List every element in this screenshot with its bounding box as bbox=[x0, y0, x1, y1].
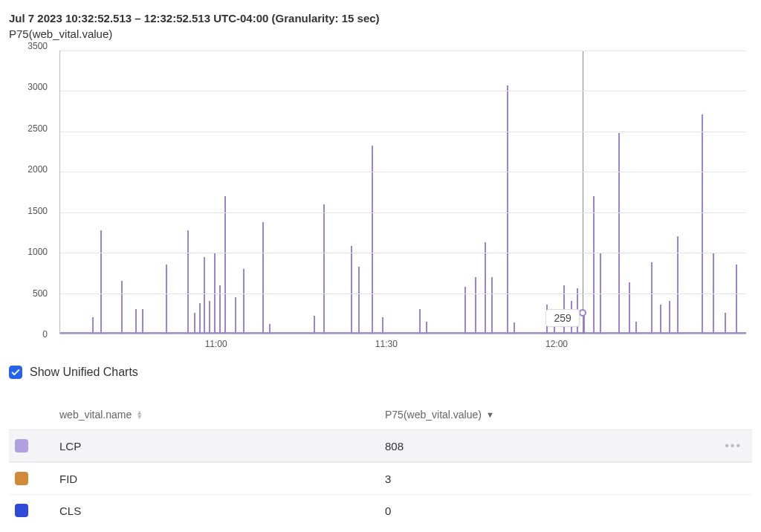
row-name: FID bbox=[59, 473, 385, 485]
data-spike bbox=[475, 277, 476, 334]
color-swatch bbox=[15, 472, 28, 485]
row-value: 0 bbox=[385, 505, 710, 517]
data-spike bbox=[323, 204, 325, 334]
data-table: web_vital.name ▲▼ P75(web_vital.value) ▼… bbox=[9, 400, 752, 526]
gridline bbox=[60, 172, 746, 172]
column-header-name-label: web_vital.name bbox=[59, 409, 132, 421]
series-baseline bbox=[60, 332, 746, 334]
data-spike bbox=[358, 267, 360, 334]
gridline bbox=[60, 213, 746, 213]
data-spike bbox=[100, 230, 102, 334]
gridline bbox=[60, 253, 746, 253]
row-value: 808 bbox=[385, 440, 710, 452]
data-spike bbox=[669, 301, 670, 334]
data-spike bbox=[677, 236, 679, 334]
y-tick-label: 2000 bbox=[27, 164, 48, 175]
chart-area[interactable]: 0500100015002000250030003500 259 11:0011… bbox=[9, 46, 752, 358]
y-tick-label: 0 bbox=[42, 329, 48, 340]
data-spike bbox=[219, 285, 221, 334]
data-spike bbox=[702, 114, 703, 334]
data-spike bbox=[736, 265, 737, 334]
gridline bbox=[60, 132, 746, 132]
data-spike bbox=[618, 133, 620, 334]
data-spike bbox=[351, 246, 352, 334]
column-header-name[interactable]: web_vital.name ▲▼ bbox=[59, 409, 385, 421]
plot-region[interactable]: 259 bbox=[59, 51, 746, 334]
data-spike bbox=[121, 281, 123, 334]
data-spike bbox=[372, 146, 373, 334]
table-row[interactable]: LCP808••• bbox=[9, 429, 752, 462]
data-spike bbox=[187, 230, 189, 334]
data-spike bbox=[135, 309, 137, 334]
color-swatch bbox=[15, 504, 28, 517]
data-spike bbox=[243, 269, 245, 334]
data-spike bbox=[651, 262, 652, 334]
gridline bbox=[60, 293, 746, 294]
time-range-title: Jul 7 2023 10:32:52.513 – 12:32:52.513 U… bbox=[9, 12, 752, 25]
data-spike bbox=[507, 85, 508, 334]
column-header-value-label: P75(web_vital.value) bbox=[385, 409, 482, 421]
data-spike bbox=[725, 313, 726, 334]
row-value: 3 bbox=[385, 473, 710, 485]
data-spike bbox=[194, 313, 195, 334]
y-tick-label: 1500 bbox=[27, 206, 48, 216]
y-tick-label: 2500 bbox=[27, 123, 48, 134]
table-header: web_vital.name ▲▼ P75(web_vital.value) ▼ bbox=[9, 400, 752, 429]
data-spike bbox=[314, 316, 315, 334]
data-spike bbox=[199, 303, 201, 334]
data-spike bbox=[485, 242, 486, 334]
data-spike bbox=[92, 317, 94, 334]
y-tick-label: 1000 bbox=[27, 247, 48, 257]
table-row[interactable]: CLS0 bbox=[9, 494, 752, 526]
gridline bbox=[60, 91, 746, 91]
show-unified-checkbox[interactable] bbox=[9, 366, 22, 379]
data-spike bbox=[166, 265, 167, 334]
x-tick-label: 12:00 bbox=[545, 339, 568, 349]
data-spike bbox=[660, 305, 661, 334]
y-tick-label: 3000 bbox=[27, 82, 48, 92]
x-axis: 11:0011:3012:00 bbox=[59, 337, 746, 358]
column-header-value[interactable]: P75(web_vital.value) ▼ bbox=[385, 409, 710, 421]
table-row[interactable]: FID3 bbox=[9, 462, 752, 494]
show-unified-label: Show Unified Charts bbox=[30, 366, 138, 379]
caret-down-icon: ▼ bbox=[486, 410, 494, 419]
row-name: LCP bbox=[59, 440, 385, 452]
data-spike bbox=[419, 309, 421, 334]
data-spike bbox=[593, 196, 595, 334]
hover-marker bbox=[579, 309, 586, 317]
data-spike bbox=[204, 257, 205, 334]
color-swatch bbox=[15, 439, 28, 452]
metric-label: P75(web_vital.value) bbox=[9, 27, 752, 40]
x-tick-label: 11:30 bbox=[375, 339, 398, 349]
data-spike bbox=[224, 196, 226, 334]
data-spike bbox=[209, 301, 210, 334]
data-spike bbox=[262, 222, 264, 334]
sort-icon: ▲▼ bbox=[136, 410, 143, 419]
y-tick-label: 3500 bbox=[27, 41, 48, 51]
hover-guideline bbox=[583, 51, 583, 334]
data-spike bbox=[235, 297, 236, 334]
x-tick-label: 11:00 bbox=[205, 339, 227, 349]
more-icon[interactable]: ••• bbox=[710, 439, 746, 452]
gridline bbox=[60, 51, 746, 51]
y-axis: 0500100015002000250030003500 bbox=[9, 46, 54, 334]
check-icon bbox=[10, 367, 21, 377]
data-spike bbox=[629, 282, 630, 334]
y-tick-label: 500 bbox=[33, 288, 48, 299]
data-spike bbox=[142, 309, 143, 334]
data-spike bbox=[382, 317, 383, 334]
row-name: CLS bbox=[59, 505, 385, 517]
data-spike bbox=[491, 277, 493, 334]
hover-tooltip: 259 bbox=[545, 309, 579, 327]
